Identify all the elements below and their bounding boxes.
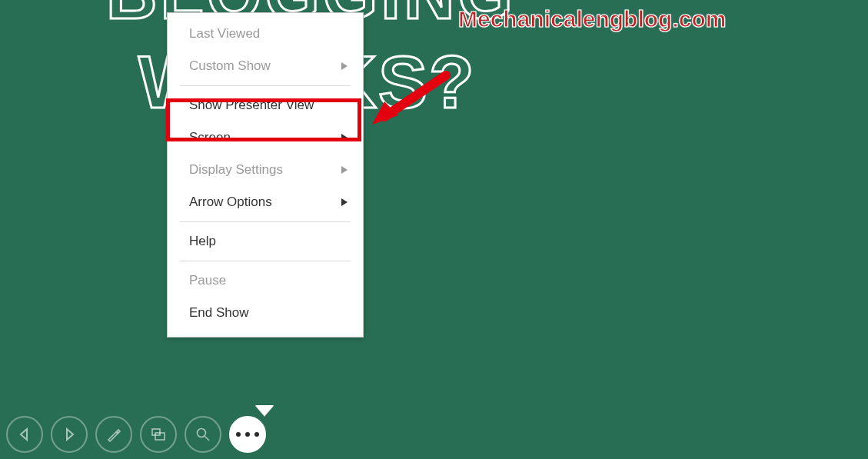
menu-item-label: Pause	[189, 273, 226, 288]
menu-pointer-icon	[255, 405, 274, 416]
menu-item-label: Screen	[189, 130, 231, 145]
menu-item-display-settings[interactable]: Display Settings	[168, 154, 363, 186]
menu-divider	[180, 85, 351, 86]
see-all-slides-button[interactable]	[140, 416, 177, 453]
svg-marker-0	[341, 62, 348, 70]
submenu-arrow-icon	[341, 134, 348, 141]
menu-item-label: End Show	[189, 305, 249, 320]
more-options-button[interactable]	[229, 416, 266, 453]
menu-divider	[180, 221, 351, 222]
menu-item-custom-show[interactable]: Custom Show	[168, 50, 363, 82]
menu-item-last-viewed[interactable]: Last Viewed	[168, 18, 363, 50]
previous-slide-button[interactable]	[6, 416, 43, 453]
svg-point-10	[198, 429, 206, 437]
menu-item-label: Last Viewed	[189, 26, 260, 41]
svg-marker-1	[341, 134, 348, 141]
menu-item-label: Display Settings	[189, 162, 283, 177]
menu-item-help[interactable]: Help	[168, 225, 363, 258]
menu-item-show-presenter-view[interactable]: Show Presenter View	[168, 89, 363, 121]
pen-tool-button[interactable]	[95, 416, 132, 453]
submenu-arrow-icon	[341, 62, 348, 70]
menu-item-label: Arrow Options	[189, 195, 272, 209]
svg-line-11	[205, 437, 210, 441]
menu-item-label: Show Presenter View	[189, 98, 314, 112]
menu-item-label: Help	[189, 234, 216, 248]
submenu-arrow-icon	[341, 166, 348, 174]
watermark-text: Mechanicalengblog.com	[458, 6, 726, 32]
svg-marker-2	[341, 166, 348, 174]
next-slide-button[interactable]	[51, 416, 88, 453]
menu-item-screen[interactable]: Screen	[168, 121, 363, 154]
zoom-button[interactable]	[185, 416, 221, 453]
svg-marker-3	[341, 198, 348, 206]
submenu-arrow-icon	[341, 198, 348, 206]
menu-item-arrow-options[interactable]: Arrow Options	[168, 186, 363, 218]
menu-item-end-show[interactable]: End Show	[168, 297, 363, 329]
menu-item-pause[interactable]: Pause	[168, 264, 363, 297]
ellipsis-icon	[234, 432, 261, 437]
slideshow-context-menu: Last Viewed Custom Show Show Presenter V…	[167, 12, 364, 338]
menu-item-label: Custom Show	[189, 58, 271, 73]
menu-divider	[180, 261, 351, 261]
svg-marker-7	[67, 429, 73, 440]
slideshow-toolbar	[6, 416, 266, 453]
svg-rect-8	[152, 429, 160, 435]
svg-marker-6	[21, 429, 27, 440]
